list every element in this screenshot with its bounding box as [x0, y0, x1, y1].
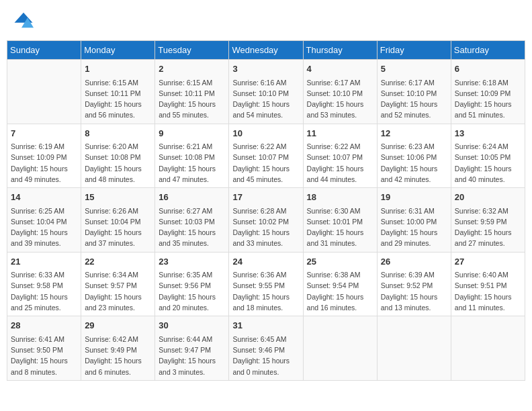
calendar-cell: 1Sunrise: 6:15 AMSunset: 10:11 PMDayligh…	[81, 60, 155, 124]
calendar-cell: 12Sunrise: 6:23 AMSunset: 10:06 PMDaylig…	[377, 124, 451, 188]
calendar-cell: 19Sunrise: 6:31 AMSunset: 10:00 PMDaylig…	[377, 188, 451, 253]
calendar-cell: 5Sunrise: 6:17 AMSunset: 10:10 PMDayligh…	[377, 60, 451, 124]
day-number: 12	[381, 127, 447, 140]
day-number: 30	[159, 319, 225, 332]
day-header-friday: Friday	[377, 41, 451, 60]
calendar-cell: 18Sunrise: 6:30 AMSunset: 10:01 PMDaylig…	[303, 188, 377, 253]
cell-content: Sunrise: 6:31 AMSunset: 10:00 PMDaylight…	[381, 205, 447, 249]
cell-content: Sunrise: 6:42 AMSunset: 9:49 PMDaylight:…	[85, 334, 151, 377]
day-number: 7	[11, 127, 77, 140]
calendar-cell: 31Sunrise: 6:45 AMSunset: 9:46 PMDayligh…	[229, 316, 303, 381]
calendar-cell: 9Sunrise: 6:21 AMSunset: 10:08 PMDayligh…	[155, 124, 229, 188]
cell-content: Sunrise: 6:25 AMSunset: 10:04 PMDaylight…	[11, 205, 77, 249]
day-number: 4	[307, 62, 373, 76]
day-number: 29	[85, 319, 151, 332]
day-header-wednesday: Wednesday	[229, 41, 303, 60]
day-number: 26	[381, 255, 447, 269]
day-header-thursday: Thursday	[303, 41, 377, 60]
cell-content: Sunrise: 6:33 AMSunset: 9:58 PMDaylight:…	[11, 269, 77, 313]
day-number: 3	[232, 62, 299, 76]
cell-content: Sunrise: 6:15 AMSunset: 10:11 PMDaylight…	[85, 77, 151, 121]
cell-content: Sunrise: 6:27 AMSunset: 10:03 PMDaylight…	[159, 205, 225, 249]
cell-content: Sunrise: 6:24 AMSunset: 10:05 PMDaylight…	[455, 141, 521, 185]
day-number: 1	[85, 62, 151, 76]
cell-content: Sunrise: 6:38 AMSunset: 9:54 PMDaylight:…	[307, 269, 373, 313]
calendar-cell	[7, 60, 81, 124]
day-number: 5	[381, 62, 447, 76]
calendar-cell: 2Sunrise: 6:15 AMSunset: 10:11 PMDayligh…	[155, 60, 229, 124]
calendar-table: SundayMondayTuesdayWednesdayThursdayFrid…	[7, 40, 525, 381]
cell-content: Sunrise: 6:26 AMSunset: 10:04 PMDaylight…	[85, 205, 151, 249]
cell-content: Sunrise: 6:22 AMSunset: 10:07 PMDaylight…	[232, 141, 299, 185]
day-number: 10	[232, 127, 299, 140]
day-number: 20	[455, 191, 521, 204]
cell-content: Sunrise: 6:17 AMSunset: 10:10 PMDaylight…	[381, 77, 447, 121]
cell-content: Sunrise: 6:32 AMSunset: 9:59 PMDaylight:…	[455, 205, 521, 249]
day-number: 22	[85, 255, 151, 269]
calendar-cell: 22Sunrise: 6:34 AMSunset: 9:57 PMDayligh…	[81, 252, 155, 316]
calendar-cell: 16Sunrise: 6:27 AMSunset: 10:03 PMDaylig…	[155, 188, 229, 253]
cell-content: Sunrise: 6:34 AMSunset: 9:57 PMDaylight:…	[85, 269, 151, 313]
week-row: 1Sunrise: 6:15 AMSunset: 10:11 PMDayligh…	[7, 60, 525, 124]
calendar-cell: 7Sunrise: 6:19 AMSunset: 10:09 PMDayligh…	[7, 124, 81, 188]
calendar-cell: 17Sunrise: 6:28 AMSunset: 10:02 PMDaylig…	[229, 188, 303, 253]
cell-content: Sunrise: 6:28 AMSunset: 10:02 PMDaylight…	[232, 205, 299, 249]
calendar-cell	[303, 316, 377, 381]
calendar-cell: 15Sunrise: 6:26 AMSunset: 10:04 PMDaylig…	[81, 188, 155, 253]
day-number: 18	[307, 191, 373, 204]
day-number: 28	[11, 319, 77, 332]
cell-content: Sunrise: 6:40 AMSunset: 9:51 PMDaylight:…	[455, 269, 521, 313]
calendar-cell: 14Sunrise: 6:25 AMSunset: 10:04 PMDaylig…	[7, 188, 81, 253]
calendar-cell: 24Sunrise: 6:36 AMSunset: 9:55 PMDayligh…	[229, 252, 303, 316]
calendar-cell: 10Sunrise: 6:22 AMSunset: 10:07 PMDaylig…	[229, 124, 303, 188]
day-number: 19	[381, 191, 447, 204]
day-header-sunday: Sunday	[7, 41, 81, 60]
day-number: 31	[232, 319, 299, 332]
cell-content: Sunrise: 6:20 AMSunset: 10:08 PMDaylight…	[85, 141, 151, 185]
day-number: 17	[232, 191, 299, 204]
cell-content: Sunrise: 6:22 AMSunset: 10:07 PMDaylight…	[307, 141, 373, 185]
cell-content: Sunrise: 6:35 AMSunset: 9:56 PMDaylight:…	[159, 269, 225, 313]
logo-icon	[13, 10, 34, 30]
header	[7, 7, 525, 34]
calendar-cell: 11Sunrise: 6:22 AMSunset: 10:07 PMDaylig…	[303, 124, 377, 188]
cell-content: Sunrise: 6:17 AMSunset: 10:10 PMDaylight…	[307, 77, 373, 121]
calendar-cell: 29Sunrise: 6:42 AMSunset: 9:49 PMDayligh…	[81, 316, 155, 381]
calendar-cell: 25Sunrise: 6:38 AMSunset: 9:54 PMDayligh…	[303, 252, 377, 316]
day-header-saturday: Saturday	[451, 41, 525, 60]
logo	[13, 10, 36, 30]
calendar-cell: 27Sunrise: 6:40 AMSunset: 9:51 PMDayligh…	[451, 252, 525, 316]
day-number: 25	[307, 255, 373, 269]
day-number: 2	[159, 62, 225, 76]
calendar-cell	[377, 316, 451, 381]
calendar-cell: 8Sunrise: 6:20 AMSunset: 10:08 PMDayligh…	[81, 124, 155, 188]
cell-content: Sunrise: 6:39 AMSunset: 9:52 PMDaylight:…	[381, 269, 447, 313]
calendar-cell: 21Sunrise: 6:33 AMSunset: 9:58 PMDayligh…	[7, 252, 81, 316]
calendar-cell: 20Sunrise: 6:32 AMSunset: 9:59 PMDayligh…	[451, 188, 525, 253]
week-row: 28Sunrise: 6:41 AMSunset: 9:50 PMDayligh…	[7, 316, 525, 381]
calendar-cell: 6Sunrise: 6:18 AMSunset: 10:09 PMDayligh…	[451, 60, 525, 124]
day-number: 14	[11, 191, 77, 204]
calendar-cell: 28Sunrise: 6:41 AMSunset: 9:50 PMDayligh…	[7, 316, 81, 381]
calendar-cell: 26Sunrise: 6:39 AMSunset: 9:52 PMDayligh…	[377, 252, 451, 316]
day-number: 8	[85, 127, 151, 140]
day-number: 27	[455, 255, 521, 269]
day-number: 11	[307, 127, 373, 140]
week-row: 7Sunrise: 6:19 AMSunset: 10:09 PMDayligh…	[7, 124, 525, 188]
week-row: 14Sunrise: 6:25 AMSunset: 10:04 PMDaylig…	[7, 188, 525, 253]
cell-content: Sunrise: 6:44 AMSunset: 9:47 PMDaylight:…	[159, 334, 225, 377]
calendar-cell	[451, 316, 525, 381]
cell-content: Sunrise: 6:23 AMSunset: 10:06 PMDaylight…	[381, 141, 447, 185]
cell-content: Sunrise: 6:16 AMSunset: 10:10 PMDaylight…	[232, 77, 299, 121]
day-number: 16	[159, 191, 225, 204]
cell-content: Sunrise: 6:19 AMSunset: 10:09 PMDaylight…	[11, 141, 77, 185]
day-number: 6	[455, 62, 521, 76]
week-row: 21Sunrise: 6:33 AMSunset: 9:58 PMDayligh…	[7, 252, 525, 316]
calendar-cell: 23Sunrise: 6:35 AMSunset: 9:56 PMDayligh…	[155, 252, 229, 316]
cell-content: Sunrise: 6:21 AMSunset: 10:08 PMDaylight…	[159, 141, 225, 185]
day-number: 15	[85, 191, 151, 204]
calendar-cell: 4Sunrise: 6:17 AMSunset: 10:10 PMDayligh…	[303, 60, 377, 124]
day-number: 9	[159, 127, 225, 140]
calendar-cell: 3Sunrise: 6:16 AMSunset: 10:10 PMDayligh…	[229, 60, 303, 124]
cell-content: Sunrise: 6:41 AMSunset: 9:50 PMDaylight:…	[11, 334, 77, 377]
